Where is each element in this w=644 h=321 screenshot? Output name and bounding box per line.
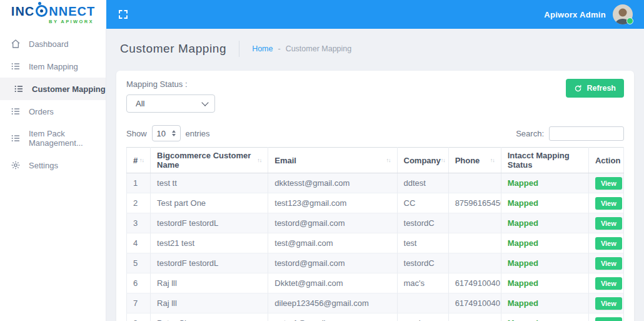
column-header-name[interactable]: Bigcommerce Customer Name↑↓ xyxy=(151,148,268,173)
sort-icon[interactable]: ↑↓ xyxy=(257,157,261,163)
sidebar-item-label: Item Mapping xyxy=(29,62,78,71)
cell-customer-name: test tt xyxy=(151,173,268,193)
sort-icon[interactable]: ↑↓ xyxy=(386,157,391,163)
fullscreen-icon[interactable] xyxy=(118,9,129,20)
sidebar-item-orders[interactable]: Orders xyxy=(0,100,106,123)
cell-email: Dkktet@gmail.com xyxy=(268,273,397,293)
cell-customer-name: Test part One xyxy=(151,193,268,213)
cell-mapping-status: Mapped xyxy=(501,273,588,293)
home-icon xyxy=(11,39,21,49)
sort-icon[interactable]: ↑↓ xyxy=(490,157,495,163)
cell-action: View xyxy=(588,273,623,293)
column-header-company[interactable]: Company↑↓ xyxy=(397,148,448,173)
cell-mapping-status: Mapped xyxy=(501,293,588,313)
updown-arrows-icon xyxy=(172,130,176,136)
brand-name-prefix: INC xyxy=(11,5,34,18)
topbar: Apiworx Admin xyxy=(106,0,644,29)
cell-action: View xyxy=(588,193,623,213)
app-window: INC NNECT BY APIWORX Apiworx Admin xyxy=(0,0,644,321)
table-controls: Show 10 entries Search: xyxy=(126,125,624,141)
sort-icon[interactable]: ↑↓ xyxy=(441,157,445,163)
view-button[interactable]: View xyxy=(595,177,622,190)
topbar-user-area[interactable]: Apiworx Admin xyxy=(544,4,633,24)
cell-action: View xyxy=(588,173,623,193)
page-header: Customer Mapping Home - Customer Mapping xyxy=(106,29,644,69)
brand-name-suffix: NNECT xyxy=(49,5,95,18)
status-badge: Mapped xyxy=(508,278,538,288)
view-button[interactable]: View xyxy=(595,197,622,210)
cell-num: 8 xyxy=(127,313,151,321)
table-row: 8 Peter Chen peter1@gmail.com mac's Mapp… xyxy=(127,313,624,321)
cell-company: test xyxy=(397,233,448,253)
column-header-status: Intacct Mapping Status xyxy=(501,148,588,173)
sidebar: Dashboard Item Mapping Customer Mapping … xyxy=(0,29,106,321)
breadcrumb: Home - Customer Mapping xyxy=(252,44,351,53)
cell-phone xyxy=(448,213,501,233)
view-button[interactable]: View xyxy=(595,237,622,250)
chevron-down-icon xyxy=(201,99,208,106)
search-input[interactable] xyxy=(549,126,624,141)
sidebar-item-dashboard[interactable]: Dashboard xyxy=(0,33,106,55)
refresh-button[interactable]: Refresh xyxy=(566,79,624,98)
column-header-phone[interactable]: Phone↑↓ xyxy=(448,148,501,173)
refresh-icon xyxy=(574,84,582,93)
content-card: Mapping Status : All Refresh Show 10 xyxy=(116,71,634,321)
cell-mapping-status: Mapped xyxy=(501,193,588,213)
column-header-email[interactable]: Email↑↓ xyxy=(268,148,397,173)
page-length-control: Show 10 entries xyxy=(126,125,210,141)
cell-mapping-status: Mapped xyxy=(501,313,588,321)
column-header-action: Action xyxy=(588,148,623,173)
sidebar-item-label: Dashboard xyxy=(29,39,69,49)
cell-email: dkktesst@gmail.com xyxy=(268,173,397,193)
cell-action: View xyxy=(588,253,623,273)
cell-company: testordC xyxy=(397,213,448,233)
status-badge: Mapped xyxy=(508,318,538,321)
brand-logo[interactable]: INC NNECT BY APIWORX xyxy=(0,0,106,29)
cell-phone xyxy=(448,173,501,193)
status-badge: Mapped xyxy=(508,198,538,208)
mapping-status-select[interactable]: All xyxy=(126,94,215,113)
view-button[interactable]: View xyxy=(595,297,622,310)
sort-icon[interactable]: ↑↓ xyxy=(139,157,144,163)
cell-action: View xyxy=(588,233,623,253)
list-icon xyxy=(11,106,21,116)
cell-email: testord@gmail.com xyxy=(268,213,397,233)
cell-action: View xyxy=(588,313,623,321)
sidebar-item-customer-mapping[interactable]: Customer Mapping xyxy=(0,78,106,100)
cell-phone xyxy=(448,233,501,253)
customer-mapping-table: #↑↓ Bigcommerce Customer Name↑↓ Email↑↓ … xyxy=(126,147,624,321)
cell-mapping-status: Mapped xyxy=(501,233,588,253)
view-button[interactable]: View xyxy=(595,277,622,290)
cell-num: 3 xyxy=(127,213,151,233)
sidebar-item-label: Settings xyxy=(29,161,58,170)
user-avatar[interactable] xyxy=(613,4,633,24)
breadcrumb-separator: - xyxy=(278,44,280,53)
cell-action: View xyxy=(588,293,623,313)
view-button[interactable]: View xyxy=(595,217,622,230)
column-header-num[interactable]: #↑↓ xyxy=(127,148,151,173)
header-divider xyxy=(239,41,239,57)
cell-customer-name: Peter Chen xyxy=(151,313,268,321)
view-button[interactable]: View xyxy=(595,257,622,270)
sidebar-item-settings[interactable]: Settings xyxy=(0,154,106,176)
page-length-select[interactable]: 10 xyxy=(152,125,181,141)
page-length-value: 10 xyxy=(157,129,166,138)
table-body: 1 test tt dkktesst@gmail.com ddtest Mapp… xyxy=(127,173,624,321)
table-row: 7 Raj lll dileep123456@gmail.com 6174910… xyxy=(127,293,624,313)
list-icon xyxy=(14,84,24,94)
sidebar-item-item-pack-management[interactable]: Item Pack Management... xyxy=(0,123,106,154)
cell-company: ddtest xyxy=(397,173,448,193)
cell-num: 1 xyxy=(127,173,151,193)
cell-phone xyxy=(448,313,501,321)
sidebar-item-item-mapping[interactable]: Item Mapping xyxy=(0,55,106,78)
view-button[interactable]: View xyxy=(595,317,622,321)
user-name[interactable]: Apiworx Admin xyxy=(544,10,606,19)
table-row: 6 Raj lll Dkktet@gmail.com mac's 6174910… xyxy=(127,273,624,293)
breadcrumb-home-link[interactable]: Home xyxy=(252,44,273,53)
mapping-status-label: Mapping Status : xyxy=(126,79,624,89)
sidebar-item-label: Item Pack Management... xyxy=(29,129,106,148)
cell-customer-name: testordF testordL xyxy=(151,253,268,273)
status-badge: Mapped xyxy=(508,238,538,248)
cell-num: 6 xyxy=(127,273,151,293)
cell-mapping-status: Mapped xyxy=(501,173,588,193)
